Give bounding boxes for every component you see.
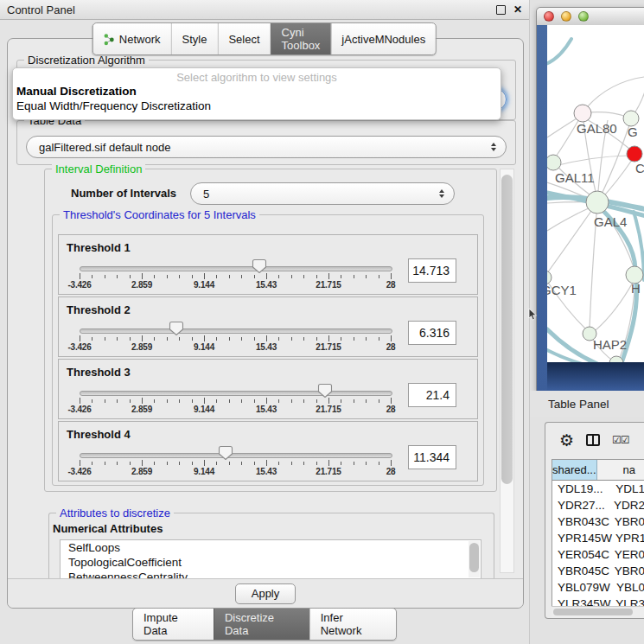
minimize-button[interactable]	[561, 11, 571, 22]
threshold-value-field[interactable]: 11.344	[408, 445, 456, 469]
table-row[interactable]: YDL19...YDL1	[552, 481, 644, 497]
slider-handle[interactable]	[252, 258, 267, 274]
network-edge[interactable]	[596, 281, 634, 330]
threshold-row: Threshold 4 -3.4262.8599.14415.4321.7152…	[58, 421, 478, 481]
slider-handle[interactable]	[218, 445, 233, 461]
table-header-row: shared... na	[552, 460, 644, 481]
slider-handle[interactable]	[169, 321, 184, 336]
cell-name[interactable]: YPR1	[612, 532, 644, 545]
float-window-icon[interactable]	[496, 5, 506, 15]
cell-name[interactable]: YBL0	[613, 581, 644, 594]
numerical-attributes-list[interactable]: SelfLoopsTopologicalCoefficientBetweenne…	[60, 539, 481, 579]
cell-name[interactable]: YER0	[611, 548, 644, 561]
settings-scrollbar[interactable]	[500, 169, 514, 573]
attributes-group: Attributes to discretize Numerical Attri…	[48, 513, 494, 586]
network-view-window: GAL80GGAL11GAL4GCY1HHAP2C	[536, 7, 644, 392]
attribute-item-selfloops[interactable]: SelfLoops	[61, 540, 481, 555]
tab-label: Infer Network	[321, 611, 386, 637]
network-edge-thick[interactable]	[547, 39, 571, 65]
tab-style[interactable]: Style	[171, 23, 218, 54]
tab-jactivemnodules[interactable]: jActiveMNodules	[330, 23, 436, 54]
network-node-gal80[interactable]	[574, 105, 591, 122]
network-graph-icon	[104, 33, 115, 46]
split-columns-icon[interactable]	[586, 434, 600, 446]
slider-track[interactable]	[80, 453, 392, 458]
network-window-titlebar[interactable]	[537, 8, 644, 26]
apply-button[interactable]: Apply	[235, 583, 296, 604]
cell-name[interactable]: YDL1	[612, 482, 644, 495]
cell-name[interactable]: YDR2	[610, 499, 644, 512]
cell-shared-name[interactable]: YDL19...	[552, 482, 612, 495]
node-label: GCY1	[547, 283, 577, 297]
number-of-intervals-combobox[interactable]: 5	[190, 182, 455, 205]
select-columns-icon[interactable]: ☑☑	[612, 434, 629, 446]
network-node[interactable]	[627, 146, 642, 162]
numerical-attributes-label: Numerical Attributes	[53, 522, 163, 535]
network-edge[interactable]	[587, 77, 644, 107]
attribute-items: SelfLoopsTopologicalCoefficientBetweenne…	[61, 540, 481, 579]
cell-shared-name[interactable]: YER054C	[552, 548, 611, 561]
column-header-name[interactable]: na	[597, 460, 644, 480]
tab-infer-network[interactable]: Infer Network	[309, 609, 396, 640]
control-panel-region: Control Panel ✕ NetworkStyleSelectCyni T…	[0, 0, 530, 644]
slider-track[interactable]	[80, 266, 392, 271]
threshold-value-field[interactable]: 21.4	[408, 383, 456, 407]
table-panel-title: Table Panel	[548, 398, 609, 411]
column-header-shared-name[interactable]: shared...	[552, 460, 597, 480]
settings-scrollbar-thumb[interactable]	[501, 175, 513, 484]
table-data-group: Table Data galFiltered.sif default node	[16, 120, 516, 165]
thresholds-group-title: Threshold's Coordinates for 5 Intervals	[60, 208, 259, 221]
tab-impute-data[interactable]: Impute Data	[133, 609, 214, 640]
gear-icon[interactable]: ⚙	[559, 432, 574, 449]
cell-shared-name[interactable]: YPR145W	[552, 532, 612, 545]
mouse-cursor	[528, 309, 539, 322]
close-button[interactable]	[544, 11, 554, 22]
network-node[interactable]	[609, 356, 623, 362]
combo-stepper-icon	[439, 189, 444, 198]
cell-shared-name[interactable]: YBL079W	[552, 581, 613, 594]
threshold-value-field[interactable]: 14.713	[408, 258, 456, 283]
tab-discretize-data[interactable]: Discretize Data	[214, 609, 309, 640]
table-hscrollbar-thumb[interactable]	[553, 609, 633, 615]
cell-shared-name[interactable]: YBR043C	[552, 515, 611, 528]
network-node-gal11[interactable]	[547, 155, 561, 170]
table-row[interactable]: YER054CYER0	[552, 546, 644, 563]
attributes-scrollbar-thumb[interactable]	[469, 543, 479, 572]
algorithm-dropdown-popup: Select algorithm to view settings Manual…	[12, 67, 501, 120]
tab-label: Select	[228, 33, 259, 46]
table-row[interactable]: YBR045CYBR0	[552, 563, 644, 579]
tab-network[interactable]: Network	[93, 23, 171, 54]
table-rows: YDL19...YDL1YDR27...YDR2YBR043CYBR0YPR14…	[552, 481, 644, 607]
table-row[interactable]: YDR27...YDR2	[552, 497, 644, 513]
table-row[interactable]: YBL079WYBL0	[552, 579, 644, 596]
table-data-combobox[interactable]: galFiltered.sif default node	[26, 136, 507, 158]
attributes-scrollbar[interactable]	[469, 541, 480, 577]
table-hscrollbar[interactable]	[552, 606, 644, 618]
panel-title: Control Panel	[7, 3, 75, 16]
dropdown-option-equal-width[interactable]: Equal Width/Frequency Discretization	[13, 99, 501, 113]
slider-track[interactable]	[80, 328, 392, 334]
zoom-button[interactable]	[578, 11, 589, 22]
dropdown-option-manual[interactable]: Manual Discretization	[13, 84, 501, 99]
cell-name[interactable]: YBR0	[611, 564, 644, 577]
node-label: H	[631, 281, 641, 296]
slider-handle[interactable]	[317, 383, 333, 399]
attribute-item-topologicalcoefficient[interactable]: TopologicalCoefficient	[61, 555, 481, 570]
tab-select[interactable]: Select	[217, 23, 270, 54]
table-row[interactable]: YBR043CYBR0	[552, 513, 644, 530]
cell-shared-name[interactable]: YBR045C	[552, 564, 611, 577]
tab-cyni-toolbox[interactable]: Cyni Toolbox	[271, 23, 331, 54]
network-edge[interactable]	[547, 202, 597, 273]
network-edge[interactable]	[547, 118, 577, 137]
table-toolbar: ⚙ ☑☑	[545, 423, 644, 457]
cell-name[interactable]: YBR0	[611, 515, 644, 528]
node-label: GAL11	[555, 170, 595, 185]
slider-track[interactable]	[80, 391, 392, 396]
table-row[interactable]: YPR145WYPR1	[552, 530, 644, 546]
close-icon[interactable]: ✕	[513, 5, 522, 14]
tab-label: Discretize Data	[225, 611, 299, 637]
network-canvas[interactable]: GAL80GGAL11GAL4GCY1HHAP2C	[547, 25, 644, 362]
cell-shared-name[interactable]: YDR27...	[552, 499, 610, 512]
threshold-value-field[interactable]: 6.316	[408, 321, 456, 345]
network-node-gal4[interactable]	[586, 191, 609, 214]
